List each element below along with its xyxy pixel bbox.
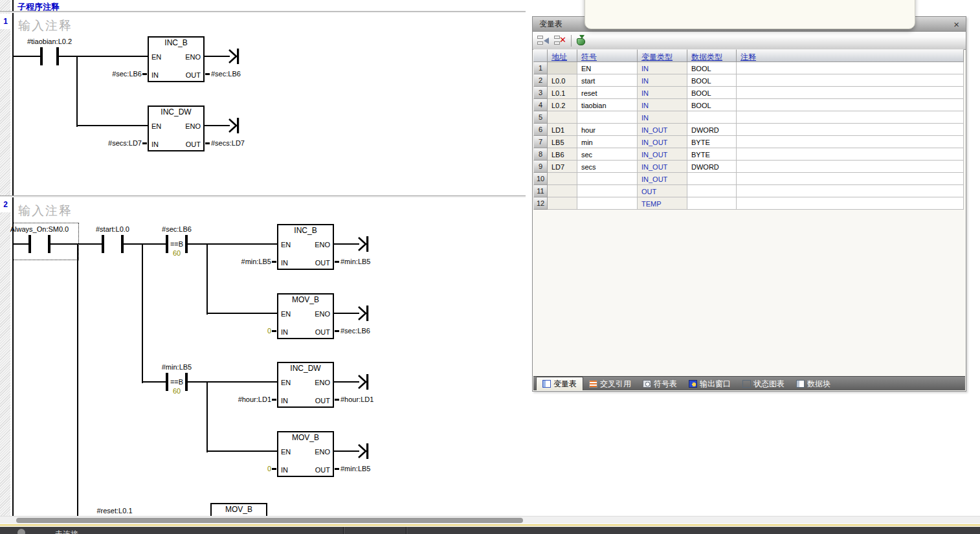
table-cell-addr[interactable]	[548, 197, 577, 210]
table-cell-data_type[interactable]: BOOL	[687, 87, 737, 99]
box-output-operand[interactable]: #min:LB5	[340, 465, 370, 473]
table-cell-addr[interactable]: L0.1	[548, 87, 577, 99]
table-cell-addr[interactable]	[548, 173, 577, 185]
compare-value-label[interactable]: 60	[168, 387, 185, 395]
table-cell-data_type[interactable]: BYTE	[687, 148, 737, 161]
table-cell-addr[interactable]	[548, 185, 577, 197]
table-cell-addr[interactable]: LD7	[548, 161, 577, 173]
table-cell-var_type[interactable]: IN_OUT	[638, 124, 687, 136]
table-cell-data_type[interactable]: DWORD	[687, 124, 737, 136]
table-cell-data_type[interactable]	[687, 197, 737, 210]
table-cell-symbol[interactable]	[577, 197, 638, 210]
table-cell-data_type[interactable]: BOOL	[687, 74, 737, 87]
contact-operand-label[interactable]: #reset:L0.1	[69, 507, 160, 515]
box-output-operand[interactable]: #secs:LD7	[211, 139, 245, 148]
table-cell-symbol[interactable]: EN	[577, 62, 638, 74]
row-number-cell[interactable]: 7	[533, 136, 548, 148]
contact-bar[interactable]	[185, 373, 188, 391]
box-input-operand[interactable]: #secs:LD7	[45, 139, 142, 148]
table-cell-comment[interactable]	[737, 99, 964, 111]
contact-operand-label[interactable]: #sec:LB6	[131, 225, 222, 234]
table-cell-comment[interactable]	[737, 136, 964, 148]
table-cell-comment[interactable]	[737, 111, 964, 124]
row-number-cell[interactable]: 8	[533, 148, 548, 161]
network-1-comment[interactable]: 输入注释	[18, 17, 72, 34]
contact-bar[interactable]	[28, 235, 31, 253]
row-number-cell[interactable]: 10	[533, 173, 548, 185]
delete-row-icon[interactable]: ✕	[554, 35, 566, 46]
box-output-operand[interactable]: #sec:LB6	[340, 327, 370, 335]
column-header[interactable]: 符号	[577, 49, 638, 62]
column-header[interactable]: 数据类型	[687, 49, 737, 62]
table-cell-var_type[interactable]: IN_OUT	[638, 161, 687, 173]
insert-row-icon[interactable]	[537, 35, 550, 46]
table-cell-addr[interactable]: LB6	[548, 148, 577, 161]
table-cell-var_type[interactable]: IN	[638, 74, 687, 87]
table-cell-symbol[interactable]: min	[577, 136, 638, 148]
row-number-cell[interactable]: 3	[533, 87, 548, 99]
box-output-operand[interactable]: #sec:LB6	[211, 70, 241, 78]
row-number-cell[interactable]: 4	[533, 99, 548, 111]
contact-bar[interactable]	[48, 235, 50, 253]
table-cell-symbol[interactable]: tiaobian	[577, 99, 638, 111]
table-cell-var_type[interactable]: IN	[638, 62, 687, 74]
bottom-tab[interactable]: 状态图表	[737, 377, 790, 390]
table-cell-comment[interactable]	[737, 87, 964, 99]
table-cell-comment[interactable]	[737, 161, 964, 173]
table-cell-data_type[interactable]: BOOL	[687, 62, 737, 74]
table-cell-comment[interactable]	[737, 173, 964, 185]
network-2-comment[interactable]: 输入注释	[18, 203, 72, 219]
column-header[interactable]: 地址	[548, 49, 577, 62]
instruction-box[interactable]: MOV_B EN ENO IN OUT	[277, 431, 334, 477]
table-cell-symbol[interactable]: sec	[577, 148, 638, 161]
table-cell-symbol[interactable]: secs	[577, 161, 638, 173]
table-cell-var_type[interactable]: IN	[638, 87, 687, 99]
green-can-icon[interactable]	[576, 35, 586, 46]
box-input-operand[interactable]: #hour:LD1	[174, 395, 271, 404]
table-cell-symbol[interactable]	[577, 185, 638, 197]
horizontal-scrollbar-thumb[interactable]	[16, 518, 523, 523]
table-cell-data_type[interactable]	[687, 185, 737, 197]
contact-operand-label[interactable]: #min:LB5	[131, 363, 222, 372]
contact-bar[interactable]	[185, 235, 188, 253]
table-cell-comment[interactable]	[737, 62, 964, 74]
instruction-box[interactable]: INC_DW EN ENO IN OUT	[277, 362, 334, 408]
table-cell-var_type[interactable]: IN_OUT	[638, 136, 687, 148]
horizontal-scrollbar[interactable]	[0, 516, 980, 524]
box-output-operand[interactable]: #hour:LD1	[340, 395, 373, 404]
contact-bar[interactable]	[40, 47, 43, 65]
table-cell-data_type[interactable]: BYTE	[687, 136, 737, 148]
table-cell-addr[interactable]: L0.0	[548, 74, 577, 87]
row-number-cell[interactable]: 12	[533, 197, 548, 210]
table-cell-addr[interactable]: L0.2	[548, 99, 577, 111]
box-input-operand[interactable]: #min:LB5	[174, 258, 271, 266]
bottom-tab[interactable]: 输出窗口	[683, 377, 737, 390]
column-header[interactable]: 变量类型	[638, 49, 687, 62]
table-cell-comment[interactable]	[737, 74, 964, 87]
box-input-operand[interactable]: 0	[174, 327, 271, 335]
table-cell-symbol[interactable]: hour	[577, 124, 638, 136]
table-cell-symbol[interactable]	[577, 173, 638, 185]
table-cell-symbol[interactable]	[577, 111, 638, 124]
contact-bar[interactable]	[102, 235, 104, 253]
table-cell-var_type[interactable]: OUT	[638, 185, 687, 197]
contact-bar[interactable]	[121, 235, 124, 253]
instruction-box[interactable]: MOV_B EN ENO IN OUT	[210, 503, 267, 516]
row-number-cell[interactable]: 2	[533, 74, 548, 87]
close-icon[interactable]: ×	[953, 19, 959, 29]
table-cell-addr[interactable]: LB5	[548, 136, 577, 148]
table-cell-comment[interactable]	[737, 185, 964, 197]
table-cell-var_type[interactable]: IN_OUT	[638, 148, 687, 161]
compare-value-label[interactable]: 60	[168, 249, 185, 257]
row-number-cell[interactable]: 9	[533, 161, 548, 173]
row-number-cell[interactable]: 1	[533, 62, 548, 74]
table-cell-data_type[interactable]: BOOL	[687, 99, 737, 111]
table-cell-data_type[interactable]	[687, 111, 737, 124]
table-cell-comment[interactable]	[737, 148, 964, 161]
table-cell-var_type[interactable]: IN	[638, 99, 687, 111]
compare-operator-label[interactable]: ==B	[168, 240, 185, 248]
contact-bar[interactable]	[56, 47, 59, 65]
table-cell-data_type[interactable]: DWORD	[687, 161, 737, 173]
table-cell-var_type[interactable]: TEMP	[638, 197, 687, 210]
bottom-tab[interactable]: 符号表	[637, 377, 683, 390]
